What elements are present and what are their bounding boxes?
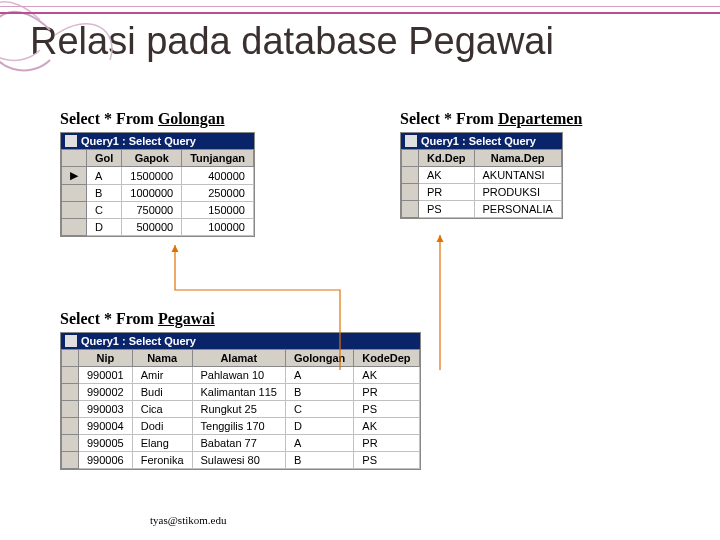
top-border [0, 6, 720, 14]
table-header-row: Gol Gapok Tunjangan [62, 150, 254, 167]
table-row: 990001AmirPahlawan 10AAK [62, 367, 420, 384]
titlebar-pegawai: Query1 : Select Query [61, 333, 420, 349]
window-icon [65, 335, 77, 347]
titlebar-golongan: Query1 : Select Query [61, 133, 254, 149]
table-row: 990004DodiTenggilis 170DAK [62, 418, 420, 435]
section-departemen: Select * From Departemen Query1 : Select… [400, 110, 582, 219]
titlebar-text: Query1 : Select Query [81, 135, 196, 147]
table-pegawai: Nip Nama Alamat Golongan KodeDep 990001A… [61, 349, 420, 469]
row-selector-header [402, 150, 419, 167]
section-pegawai: Select * From Pegawai Query1 : Select Qu… [60, 310, 421, 470]
section-golongan: Select * From Golongan Query1 : Select Q… [60, 110, 255, 237]
table-departemen: Kd.Dep Nama.Dep AKAKUNTANSI PRPRODUKSI P… [401, 149, 562, 218]
table-row: AKAKUNTANSI [402, 167, 562, 184]
window-departemen: Query1 : Select Query Kd.Dep Nama.Dep AK… [400, 132, 563, 219]
label-golongan-prefix: Select * From [60, 110, 158, 127]
row-selector-header [62, 350, 79, 367]
table-row: 990006FeronikaSulawesi 80BPS [62, 452, 420, 469]
titlebar-text: Query1 : Select Query [421, 135, 536, 147]
table-row: C750000150000 [62, 202, 254, 219]
col-nama: Nama [132, 350, 192, 367]
titlebar-text: Query1 : Select Query [81, 335, 196, 347]
table-row: PRPRODUKSI [402, 184, 562, 201]
col-gol: Gol [87, 150, 122, 167]
window-icon [405, 135, 417, 147]
col-namadep: Nama.Dep [474, 150, 561, 167]
label-golongan: Select * From Golongan [60, 110, 255, 128]
table-row: 990005ElangBabatan 77APR [62, 435, 420, 452]
col-gapok: Gapok [122, 150, 182, 167]
table-row: D500000100000 [62, 219, 254, 236]
col-golongan: Golongan [285, 350, 353, 367]
col-nip: Nip [79, 350, 133, 367]
label-golongan-keyword: Golongan [158, 110, 225, 127]
footer-email: tyas@stikom.edu [150, 514, 226, 526]
label-departemen-keyword: Departemen [498, 110, 582, 127]
table-row: ▶A1500000400000 [62, 167, 254, 185]
window-golongan: Query1 : Select Query Gol Gapok Tunjanga… [60, 132, 255, 237]
label-pegawai: Select * From Pegawai [60, 310, 421, 328]
titlebar-departemen: Query1 : Select Query [401, 133, 562, 149]
table-row: B1000000250000 [62, 185, 254, 202]
table-golongan: Gol Gapok Tunjangan ▶A1500000400000 B100… [61, 149, 254, 236]
label-pegawai-keyword: Pegawai [158, 310, 215, 327]
window-icon [65, 135, 77, 147]
row-selector-header [62, 150, 87, 167]
table-row: PSPERSONALIA [402, 201, 562, 218]
table-row: 990002BudiKalimantan 115BPR [62, 384, 420, 401]
table-header-row: Nip Nama Alamat Golongan KodeDep [62, 350, 420, 367]
label-departemen-prefix: Select * From [400, 110, 498, 127]
col-kddep: Kd.Dep [419, 150, 475, 167]
col-kodedep: KodeDep [354, 350, 419, 367]
row-selector: ▶ [62, 167, 87, 185]
label-departemen: Select * From Departemen [400, 110, 582, 128]
label-pegawai-prefix: Select * From [60, 310, 158, 327]
window-pegawai: Query1 : Select Query Nip Nama Alamat Go… [60, 332, 421, 470]
col-alamat: Alamat [192, 350, 285, 367]
table-header-row: Kd.Dep Nama.Dep [402, 150, 562, 167]
col-tunjangan: Tunjangan [182, 150, 254, 167]
table-row: 990003CicaRungkut 25CPS [62, 401, 420, 418]
